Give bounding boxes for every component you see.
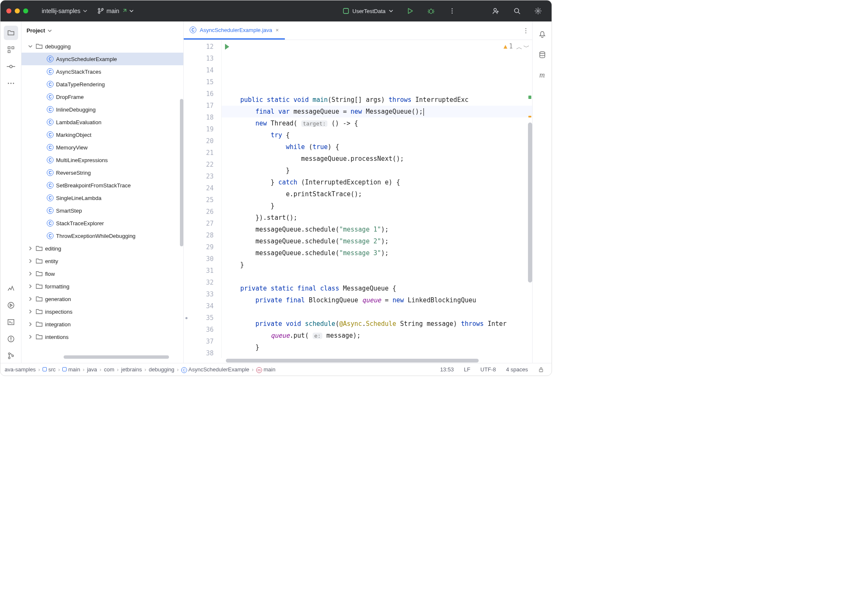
- line-number[interactable]: 36: [184, 324, 221, 336]
- settings-icon[interactable]: [530, 3, 546, 19]
- line-number[interactable]: 13: [184, 53, 221, 64]
- code-line[interactable]: e.printStackTrace();: [222, 188, 532, 200]
- profiler-tool-icon[interactable]: [4, 281, 18, 296]
- breadcrumb-item[interactable]: java: [87, 366, 97, 373]
- code-line[interactable]: messageQueue.processNext();: [222, 153, 532, 165]
- notifications-icon[interactable]: [535, 27, 549, 42]
- line-number[interactable]: 32: [184, 277, 221, 288]
- tree-class-asyncschedulerexample[interactable]: CAsyncSchedulerExample: [21, 53, 183, 65]
- tree-folder-inspections[interactable]: inspections: [21, 305, 183, 318]
- line-number[interactable]: 37: [184, 336, 221, 347]
- line-number[interactable]: 15: [184, 76, 221, 88]
- tree-class-reversestring[interactable]: CReverseString: [21, 166, 183, 179]
- line-number[interactable]: 22: [184, 159, 221, 171]
- tree-folder-flow[interactable]: flow: [21, 267, 183, 280]
- line-number[interactable]: 16: [184, 88, 221, 100]
- tree-folder-debugging[interactable]: debugging: [21, 40, 183, 53]
- code-line[interactable]: }).start();: [222, 212, 532, 224]
- commits-tool-icon[interactable]: [4, 59, 18, 74]
- code-line[interactable]: public static void main(String[] args) t…: [222, 94, 532, 106]
- structure-tool-icon[interactable]: [4, 43, 18, 57]
- line-number[interactable]: 25: [184, 194, 221, 206]
- line-number[interactable]: 21: [184, 147, 221, 159]
- line-number[interactable]: 31: [184, 265, 221, 277]
- tree-class-multilineexpressions[interactable]: CMultiLineExpressions: [21, 154, 183, 166]
- line-number[interactable]: 35: [184, 312, 221, 324]
- services-tool-icon[interactable]: [4, 298, 18, 312]
- breadcrumb-item[interactable]: ava-samples: [5, 366, 36, 373]
- next-highlight-icon[interactable]: ﹀: [523, 43, 530, 51]
- tree-class-markingobject[interactable]: CMarkingObject: [21, 128, 183, 141]
- inspection-widget[interactable]: ▲ 1: [504, 43, 513, 50]
- tree-folder-entity[interactable]: entity: [21, 255, 183, 267]
- breadcrumb-item[interactable]: src: [43, 366, 56, 373]
- breadcrumb-item[interactable]: debugging: [149, 366, 174, 373]
- code-line[interactable]: [222, 353, 532, 358]
- tree-class-dropframe[interactable]: CDropFrame: [21, 91, 183, 103]
- debug-button[interactable]: [423, 3, 439, 19]
- line-number[interactable]: 14: [184, 64, 221, 76]
- vcs-tool-icon[interactable]: [4, 349, 18, 363]
- close-tab-icon[interactable]: ×: [276, 27, 279, 33]
- line-number[interactable]: 30: [184, 253, 221, 265]
- code-with-me-icon[interactable]: [488, 3, 504, 19]
- code-line[interactable]: }: [222, 259, 532, 271]
- tree-folder-generation[interactable]: generation: [21, 293, 183, 305]
- more-actions-button[interactable]: [445, 3, 460, 19]
- breadcrumb-item[interactable]: m main: [256, 366, 276, 373]
- code-line[interactable]: messageQueue.schedule("message 2");: [222, 235, 532, 247]
- maximize-window-icon[interactable]: [23, 8, 28, 13]
- line-number[interactable]: 12: [184, 41, 221, 53]
- line-number[interactable]: 26: [184, 206, 221, 218]
- tree-class-datatyperendering[interactable]: CDataTypeRendering: [21, 78, 183, 91]
- horizontal-scrollbar[interactable]: [26, 355, 179, 360]
- problems-tool-icon[interactable]: [4, 332, 18, 346]
- line-number[interactable]: 38: [184, 347, 221, 358]
- tree-class-inlinedebugging[interactable]: CInlineDebugging: [21, 103, 183, 116]
- code-line[interactable]: private final BlockingQueue queue = new …: [222, 294, 532, 306]
- project-tool-icon[interactable]: [4, 26, 18, 40]
- code-line[interactable]: [222, 306, 532, 318]
- status-indent[interactable]: 4 spaces: [503, 366, 531, 373]
- scrollbar-thumb[interactable]: [226, 359, 479, 363]
- status-eol[interactable]: LF: [461, 366, 474, 373]
- line-number[interactable]: 29: [184, 241, 221, 253]
- line-number[interactable]: 24: [184, 182, 221, 194]
- code-area[interactable]: public static void main(String[] args) t…: [222, 40, 532, 358]
- line-number[interactable]: 23: [184, 171, 221, 182]
- project-selector[interactable]: intellij-samples: [38, 8, 91, 14]
- code-line[interactable]: [222, 271, 532, 283]
- line-number[interactable]: 28: [184, 229, 221, 241]
- line-number[interactable]: 19: [184, 123, 221, 135]
- code-line[interactable]: messageQueue.schedule("message 1");: [222, 224, 532, 235]
- code-line[interactable]: new Thread( target: () -> {: [222, 117, 532, 129]
- minimize-window-icon[interactable]: [15, 8, 20, 13]
- code-line[interactable]: messageQueue.schedule("message 3");: [222, 247, 532, 259]
- gutter[interactable]: 1213141516171819202122232425262728293031…: [184, 40, 222, 358]
- tree-class-asyncstacktraces[interactable]: CAsyncStackTraces: [21, 65, 183, 78]
- run-button[interactable]: [402, 3, 418, 19]
- breadcrumb-item[interactable]: main: [62, 366, 80, 373]
- code-line[interactable]: queue.put( e: message);: [222, 330, 532, 341]
- code-line[interactable]: final var messageQueue = new MessageQueu…: [222, 106, 532, 117]
- tree-class-memoryview[interactable]: CMemoryView: [21, 141, 183, 154]
- search-everywhere-icon[interactable]: [509, 3, 525, 19]
- tree-folder-intentions[interactable]: intentions: [21, 331, 183, 343]
- tree-folder-editing[interactable]: editing: [21, 242, 183, 255]
- breadcrumb-item[interactable]: com: [104, 366, 115, 373]
- database-icon[interactable]: [535, 48, 549, 62]
- tree-folder-integration[interactable]: integration: [21, 318, 183, 331]
- line-number[interactable]: 34: [184, 300, 221, 312]
- code-line[interactable]: private void schedule(@Async.Schedule St…: [222, 318, 532, 330]
- code-line[interactable]: } catch (InterruptedException e) {: [222, 176, 532, 188]
- close-window-icon[interactable]: [6, 8, 11, 13]
- code-line[interactable]: try {: [222, 129, 532, 141]
- status-time[interactable]: 13:53: [437, 366, 457, 373]
- code-editor[interactable]: 1213141516171819202122232425262728293031…: [184, 40, 532, 358]
- maven-icon[interactable]: m: [535, 68, 549, 82]
- breadcrumbs[interactable]: ava-samples› src› main›java›com›jetbrain…: [5, 366, 276, 373]
- scrollbar-thumb[interactable]: [64, 355, 169, 359]
- run-config-selector[interactable]: UserTestData: [340, 6, 396, 16]
- tab-asyncschedulerexample[interactable]: C AsyncSchedulerExample.java ×: [184, 21, 285, 40]
- tree-class-smartstep[interactable]: CSmartStep: [21, 204, 183, 217]
